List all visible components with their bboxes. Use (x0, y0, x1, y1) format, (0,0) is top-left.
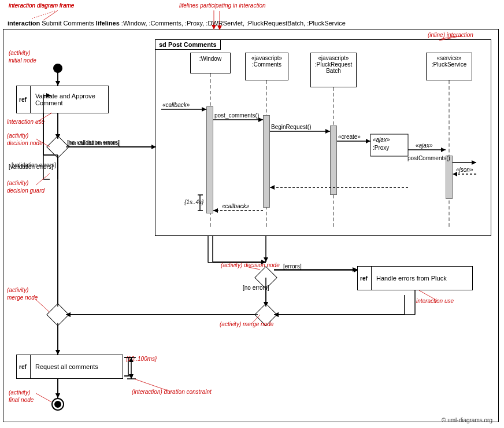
diagram-container: interaction Submit Comments lifelines :W… (0, 0, 504, 428)
svg-text:BeginRequest(): BeginRequest() (271, 124, 311, 130)
annotation-interaction-use-1: interaction use (7, 119, 45, 125)
svg-text:«ajax»: «ajax» (416, 142, 433, 149)
ref-text-request: Request all comments (31, 361, 103, 372)
sd-frame: sd Post Comments :Window «javascript»:Co… (155, 39, 491, 236)
errors-label: [errors] (283, 263, 302, 270)
svg-text::Proxy: :Proxy (373, 145, 389, 151)
ref-box-validate: ref Validate and ApproveComment (16, 86, 109, 113)
ref-label-request: ref (17, 355, 31, 378)
svg-text:post_comments(): post_comments() (214, 112, 259, 119)
no-validation-errors-label: [no validation errors] (68, 140, 121, 146)
annotation-merge-node-2: (activity) merge node (220, 321, 273, 327)
svg-text:«ajax»: «ajax» (373, 136, 390, 143)
annotation-final-node: (activity)final node (9, 389, 34, 404)
validation-errors-label: [validation errors] (12, 162, 56, 168)
svg-text:{1s..4s}: {1s..4s} (184, 199, 204, 205)
ref-box-handle-errors: ref Handle errors from Pluck (357, 266, 473, 290)
svg-text:«callback»: «callback» (222, 203, 250, 209)
initial-node (53, 64, 62, 73)
annotation-lifelines-participating: lifelines participating in interaction (179, 2, 266, 9)
svg-text:«callback»: «callback» (162, 102, 190, 108)
svg-text:postComments(): postComments() (407, 155, 450, 161)
final-node-inner (54, 401, 61, 408)
ref-text-handle-errors: Handle errors from Pluck (372, 272, 451, 284)
svg-marker-68 (325, 129, 330, 134)
final-node (51, 398, 64, 411)
svg-marker-71 (366, 139, 370, 143)
svg-marker-80 (472, 160, 476, 165)
annotation-interaction-use-2: interaction use (416, 298, 454, 304)
annotation-initial-node: (activity)initial node (9, 49, 36, 64)
annotation-decision-guard: (activity)decision guard (7, 179, 45, 194)
annotation-duration-constraint: (interaction) duration constraint (132, 389, 212, 395)
header-interaction-keyword: interaction Submit Comments lifelines :W… (8, 20, 346, 27)
ref-label-handle-errors: ref (358, 267, 372, 290)
svg-marker-86 (270, 185, 275, 190)
svg-text:«json»: «json» (456, 167, 473, 173)
ref-label-validate: ref (17, 86, 31, 113)
sd-arrows: «callback» post_comments() BeginRequest(… (155, 40, 491, 235)
annotation-decision-node-2: (activity) decision node (221, 262, 280, 268)
svg-marker-62 (202, 107, 206, 112)
annotation-inline-interaction: (inline) interaction (428, 32, 473, 38)
no-errors-label: [no errors] (243, 285, 269, 291)
svg-text:«create»: «create» (338, 134, 361, 140)
duration-constraint-label: {10..100ms} (126, 356, 157, 362)
annotation-interaction-frame-text: interaction diagram frame (9, 2, 74, 9)
annotation-merge-node-1: (activity)merge node (7, 286, 38, 301)
svg-marker-92 (213, 208, 218, 213)
copyright: © uml-diagrams.org (442, 417, 492, 423)
ref-box-request: ref Request all comments (16, 355, 123, 379)
ref-text-validate: Validate and ApproveComment (31, 90, 100, 109)
header-bar: interaction Submit Comments lifelines :W… (3, 17, 499, 29)
annotation-decision-node-1: (activity)decision node (7, 132, 43, 147)
svg-marker-77 (441, 147, 446, 152)
